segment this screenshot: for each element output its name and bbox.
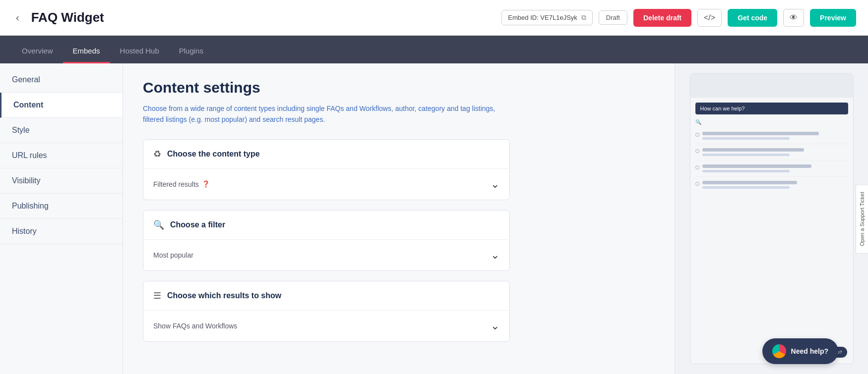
- preview-list-item-3: [695, 160, 848, 177]
- content-type-header: ♻ Choose the content type: [143, 140, 509, 169]
- delete-draft-button[interactable]: Delete draft: [633, 9, 691, 27]
- preview-widget: How can we help? 🔍: [690, 73, 854, 364]
- results-title: Choose which results to show: [167, 291, 281, 300]
- preview-panel: How can we help? 🔍: [675, 63, 868, 374]
- tab-embeds[interactable]: Embeds: [63, 40, 110, 63]
- filter-body: Most popular ⌄: [143, 240, 509, 270]
- results-chevron[interactable]: ⌄: [491, 320, 499, 332]
- sidebar-item-content[interactable]: Content: [0, 93, 123, 118]
- header-right: Embed ID: VE7L1eJSyk ⧉ Draft Delete draf…: [501, 9, 856, 27]
- embed-id-label: Embed ID: VE7L1eJSyk: [508, 14, 577, 21]
- preview-line-long-2: [702, 148, 805, 152]
- page-title: FAQ Widget: [31, 10, 502, 25]
- main-layout: General Content Style URL rules Visibili…: [0, 63, 868, 374]
- code-icon-button[interactable]: </>: [697, 9, 722, 27]
- filter-header: 🔍 Choose a filter: [143, 211, 509, 240]
- preview-list-item-4: [695, 177, 848, 193]
- results-section: ☰ Choose which results to show Show FAQs…: [143, 281, 510, 342]
- tab-overview[interactable]: Overview: [12, 40, 63, 63]
- top-header: ‹ FAQ Widget Embed ID: VE7L1eJSyk ⧉ Draf…: [0, 0, 868, 36]
- preview-line-long-4: [702, 181, 797, 184]
- support-ticket-tab[interactable]: Open a Support Ticket: [856, 184, 868, 253]
- preview-content: How can we help? 🔍: [690, 98, 853, 198]
- preview-radio-3: [695, 165, 699, 169]
- sidebar-item-publishing[interactable]: Publishing: [0, 194, 123, 219]
- sidebar-item-history[interactable]: History: [0, 219, 123, 244]
- sidebar-item-general[interactable]: General: [0, 67, 123, 93]
- preview-lines-2: [702, 148, 848, 156]
- content-description: Choose from a wide range of content type…: [143, 103, 500, 125]
- preview-radio-1: [695, 133, 699, 137]
- preview-lines-4: [702, 181, 848, 189]
- content-area: Content settings Choose from a wide rang…: [123, 63, 675, 374]
- content-type-value: Filtered results: [153, 180, 199, 188]
- tab-plugins[interactable]: Plugins: [169, 40, 213, 63]
- results-value: Show FAQs and Workflows: [153, 322, 237, 330]
- embed-id-box: Embed ID: VE7L1eJSyk ⧉: [501, 10, 592, 25]
- preview-list-item-2: [695, 144, 848, 160]
- sidebar-item-style[interactable]: Style: [0, 118, 123, 143]
- content-type-body: Filtered results ❓ ⌄: [143, 169, 509, 200]
- content-type-help-icon[interactable]: ❓: [202, 180, 210, 188]
- need-help-logo: [772, 344, 786, 358]
- preview-radio-2: [695, 149, 699, 153]
- preview-button[interactable]: Preview: [810, 9, 856, 27]
- content-type-section: ♻ Choose the content type Filtered resul…: [143, 139, 510, 200]
- tab-hosted-hub[interactable]: Hosted Hub: [110, 40, 169, 63]
- support-tab-wrapper: Open a Support Ticket: [856, 184, 868, 253]
- results-body: Show FAQs and Workflows ⌄: [143, 311, 509, 341]
- preview-radio-4: [695, 182, 699, 186]
- eye-icon: 👁: [790, 13, 798, 22]
- preview-line-short-1: [702, 137, 790, 140]
- back-button[interactable]: ‹: [12, 10, 23, 25]
- sidebar-item-url-rules[interactable]: URL rules: [0, 143, 123, 168]
- preview-line-short-2: [702, 154, 790, 156]
- content-type-icon: ♻: [153, 149, 161, 160]
- results-header: ☰ Choose which results to show: [143, 281, 509, 311]
- content-type-title: Choose the content type: [167, 150, 260, 159]
- copy-icon[interactable]: ⧉: [581, 13, 586, 22]
- sidebar: General Content Style URL rules Visibili…: [0, 63, 123, 374]
- preview-line-short-4: [702, 186, 790, 189]
- preview-line-long-3: [702, 164, 812, 168]
- preview-line-long-1: [702, 132, 819, 135]
- content-type-chevron[interactable]: ⌄: [491, 178, 499, 191]
- content-settings-title: Content settings: [143, 79, 655, 96]
- preview-lines-3: [702, 164, 848, 172]
- preview-icon-button[interactable]: 👁: [783, 9, 804, 27]
- preview-lines-1: [702, 132, 848, 140]
- nav-tabs: Overview Embeds Hosted Hub Plugins: [0, 36, 868, 63]
- filter-value: Most popular: [153, 251, 193, 259]
- filter-chevron[interactable]: ⌄: [491, 249, 499, 262]
- preview-search-text: How can we help?: [700, 106, 745, 111]
- sidebar-item-visibility[interactable]: Visibility: [0, 168, 123, 194]
- filter-icon: 🔍: [153, 219, 164, 230]
- need-help-fab[interactable]: Need help?: [762, 338, 838, 364]
- preview-line-short-3: [702, 170, 790, 172]
- get-code-button[interactable]: Get code: [728, 9, 777, 27]
- filter-section: 🔍 Choose a filter Most popular ⌄: [143, 210, 510, 271]
- preview-list-item-1: [695, 128, 848, 144]
- preview-search-bar: How can we help?: [695, 103, 848, 114]
- filter-title: Choose a filter: [170, 220, 225, 229]
- need-help-label: Need help?: [791, 347, 828, 355]
- preview-top-bar: [690, 74, 853, 88]
- support-ticket-label: Open a Support Ticket: [859, 192, 865, 246]
- draft-badge: Draft: [599, 10, 627, 25]
- results-icon: ☰: [153, 290, 161, 301]
